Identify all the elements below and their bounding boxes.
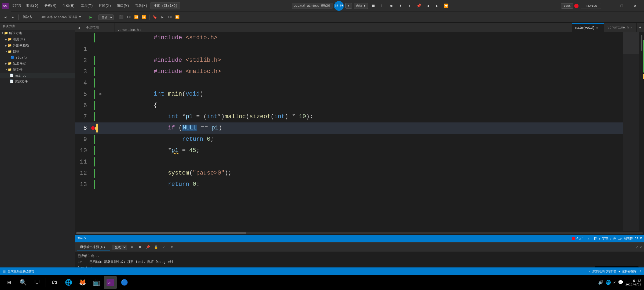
sidebar-item-main[interactable]: 📄 main.c	[0, 73, 75, 78]
panel-icon-wrap[interactable]: ↩	[161, 244, 167, 250]
code-text-13: return 0:	[103, 168, 644, 201]
menu-window[interactable]: 窗口(W)	[114, 2, 132, 9]
taskbar-search[interactable]: 🔍	[17, 276, 30, 289]
tb2-ico4[interactable]: ⏩	[141, 14, 147, 20]
line-num-1: 1	[75, 46, 91, 53]
maximize-button[interactable]: □	[616, 0, 628, 12]
menu-help[interactable]: 帮助(H)	[133, 2, 150, 9]
menu-search[interactable]: 搜索 (Ctrl+Q)	[151, 2, 180, 9]
taskbar-taskview[interactable]: 🗨	[31, 276, 43, 289]
step-over[interactable]: ⏭	[388, 2, 395, 10]
zoom-level: 304 %	[77, 237, 86, 240]
status-vcs[interactable]: ⚡ 添加到源代码管理	[589, 269, 616, 273]
sidebar-item-solution[interactable]: ▼ 📁 解决方案	[0, 30, 75, 36]
close-button[interactable]: ✕	[629, 0, 641, 12]
tb2-label1: 解决方	[21, 14, 35, 20]
tray-network[interactable]: 🌐	[606, 280, 611, 285]
h-scrollbar[interactable]	[75, 231, 644, 235]
tab-vcruntime[interactable]: vcruntime.h ✕	[604, 23, 636, 32]
sidebar-item-delayed[interactable]: ▶ 📁 延迟评定	[0, 60, 75, 67]
minimize-button[interactable]: —	[602, 0, 614, 12]
arrow-up[interactable]: ↑	[585, 237, 587, 240]
tb2-bookmark2[interactable]: ▶	[159, 14, 166, 20]
preview-button[interactable]: PREVIEW	[581, 3, 601, 9]
pin-icon[interactable]: 📌	[415, 2, 423, 10]
code-scroll[interactable]: #include <stdio.h> 1 2	[75, 32, 644, 231]
step-out[interactable]: ⬆	[406, 2, 414, 10]
tab-global[interactable]: 全局范围	[83, 23, 115, 32]
auto-select[interactable]: 自动	[98, 15, 114, 20]
tb2-ico2[interactable]: ⏭	[126, 14, 132, 20]
panel-icon-grid[interactable]: ⊞	[169, 244, 175, 250]
tb2-bookmark3[interactable]: ⏭	[167, 14, 173, 20]
tab-main[interactable]: main(void) ✕	[572, 23, 604, 32]
auto-btn[interactable]: 自动 ▼	[354, 3, 368, 9]
panel-close[interactable]: ✕	[640, 245, 642, 249]
nav-fwd[interactable]: ▶	[433, 2, 441, 10]
debug-circle[interactable]: 15.05	[334, 1, 344, 11]
gutter-bar-13	[94, 180, 95, 189]
sidebar-item-ext-deps[interactable]: ▶ 📂 外部依赖项	[0, 42, 75, 49]
tb2-back[interactable]: ◀	[2, 14, 9, 20]
taskbar-folder[interactable]: 🗂	[48, 276, 61, 289]
semi3: ;	[196, 147, 200, 154]
taskbar-firefox[interactable]: 🦊	[76, 276, 89, 289]
v-scrollbar[interactable]	[639, 32, 644, 231]
menu-build[interactable]: 生成(H)	[60, 2, 78, 9]
h-scroll-thumb[interactable]	[76, 232, 246, 234]
tab-add[interactable]: +	[636, 23, 644, 32]
sidebar-item-source[interactable]: ▼ 📁 源文件	[0, 67, 75, 73]
status-repo[interactable]: ◈ 选择存储库	[619, 269, 637, 273]
breadcrumb-area: vcruntime.h ›	[115, 28, 572, 32]
tb2-fwd[interactable]: ▶	[10, 14, 16, 20]
taskbar-vs[interactable]: VS	[104, 276, 117, 289]
tb2-ico3[interactable]: ⏪	[133, 14, 140, 20]
tb2-bookmark4[interactable]: ⏩	[174, 14, 181, 20]
tray-volume[interactable]: 🔊	[598, 280, 603, 285]
fold-ln5[interactable]: ⊟	[98, 92, 103, 96]
arrow-solution: ▼	[2, 32, 3, 35]
panel-icon-lock[interactable]: 🔒	[153, 244, 159, 250]
tab-close-main[interactable]: ✕	[596, 26, 598, 30]
tb2-bookmark[interactable]: 🔖	[152, 14, 158, 20]
panel-resize[interactable]: ⤢	[636, 245, 639, 249]
menu-tools[interactable]: 工具(T)	[78, 2, 96, 9]
app-icon: VS	[0, 0, 11, 12]
nav-more[interactable]: ⏩	[442, 2, 450, 10]
menu-analyze[interactable]: 分析(M)	[42, 2, 60, 9]
pause-btn[interactable]: ⏸	[379, 2, 386, 10]
sidebar-item-refs[interactable]: ▶ 📂 引用(3)	[0, 36, 75, 42]
h-scroll-track[interactable]	[76, 232, 643, 234]
debugger-dropdown[interactable]: JCE本地 Windows 调试器	[292, 3, 332, 9]
tray-check[interactable]: ✓	[613, 280, 616, 285]
tray-msg[interactable]: 💬	[618, 280, 623, 285]
taskbar-browser[interactable]: 🌐	[62, 276, 75, 289]
panel-icon-pin[interactable]: 📌	[145, 244, 151, 250]
taskbar-store[interactable]: 📺	[90, 276, 103, 289]
panel-tab-output[interactable]: 显示输出来源(S):	[77, 244, 110, 251]
label-stdafx: stdafx	[16, 56, 27, 60]
play-btn[interactable]: ▶	[345, 3, 352, 9]
panel-icon-clear[interactable]: ⊗	[129, 244, 135, 250]
status-sync[interactable]: ↕	[639, 270, 641, 273]
stop-btn[interactable]: ⏹	[369, 2, 377, 10]
tb2-hex[interactable]: ⬛	[118, 14, 125, 20]
step-into[interactable]: ⬇	[397, 2, 404, 10]
taskbar-start[interactable]: ⊞	[3, 276, 16, 289]
editor-area: ◀ 全局范围 vcruntime.h › main(void) ✕ vcrunt…	[75, 23, 644, 290]
tab-close-vcruntime[interactable]: ✕	[630, 26, 632, 29]
sidebar-item-stdafx[interactable]: 🔵 stdafx	[0, 55, 75, 60]
taskbar-uc[interactable]: 🔵	[118, 276, 131, 289]
arrow-down[interactable]: ↓	[588, 237, 590, 240]
panel-dropdown[interactable]: 生成	[112, 245, 127, 250]
code-container[interactable]: #include <stdio.h> 1 2	[75, 32, 644, 231]
menu-debug[interactable]: 调试(D)	[24, 2, 41, 9]
nav-back[interactable]: ◀	[424, 2, 432, 10]
menu-extensions[interactable]: 扩展(X)	[96, 2, 114, 9]
sidebar-item-headers[interactable]: ▼ 📁 目标	[0, 49, 75, 55]
v-scroll-thumb[interactable]	[641, 35, 642, 51]
panel-icon-stop[interactable]: ⏹	[137, 244, 143, 250]
tab-scroll-left[interactable]: ◀	[75, 23, 83, 32]
sidebar-item-res[interactable]: 📄 资源文件	[0, 78, 75, 85]
play-icon[interactable]: ▶	[87, 14, 94, 20]
